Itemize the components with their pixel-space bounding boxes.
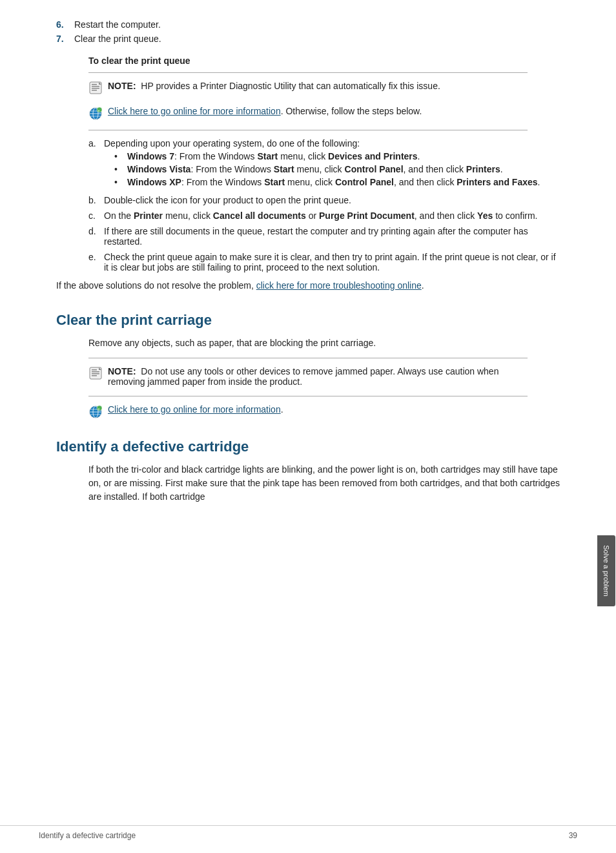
globe-row-1: + Click here to go online for more infor…: [88, 106, 528, 121]
alpha-text-c: On the Printer menu, click Cancel all do…: [104, 211, 538, 221]
alpha-content-e: Check the print queue again to make sure…: [104, 252, 560, 272]
svg-rect-15: [92, 373, 99, 375]
alpha-item-d: d. If there are still documents in the q…: [88, 226, 560, 247]
svg-rect-16: [92, 375, 97, 376]
alpha-list: a. Depending upon your operating system,…: [88, 138, 560, 272]
svg-rect-2: [92, 86, 99, 87]
globe-link-2[interactable]: Click here to go online for more informa…: [108, 404, 281, 415]
svg-rect-1: [92, 84, 97, 85]
alpha-label-e: e.: [88, 252, 104, 272]
defective-cartridge-body: If both the tri-color and black cartridg…: [88, 463, 560, 504]
svg-text:+: +: [98, 108, 100, 112]
footer-left: Identify a defective cartridge: [39, 831, 136, 840]
svg-rect-14: [92, 371, 99, 373]
note-icon-2: [88, 366, 103, 382]
bullet-xp-text: Windows XP: From the Windows Start menu,…: [127, 177, 540, 187]
page-container: 6. Restart the computer. 7. Clear the pr…: [17, 0, 599, 550]
note-label-1: NOTE:: [108, 81, 136, 91]
closing-suffix: .: [422, 280, 424, 291]
list-item-7: 7. Clear the print queue.: [56, 34, 560, 44]
top-numbered-list: 6. Restart the computer. 7. Clear the pr…: [56, 19, 560, 44]
divider-3: [88, 358, 528, 358]
sidebar-tab: Solve a problem: [597, 535, 615, 606]
clear-carriage-body: Remove any objects, such as paper, that …: [88, 336, 560, 350]
note-box-2: NOTE: Do not use any tools or other devi…: [88, 366, 528, 387]
divider-1: [88, 72, 528, 73]
bullet-list-a: Windows 7: From the Windows Start menu, …: [114, 151, 560, 187]
closing-link[interactable]: click here for more troubleshooting onli…: [256, 280, 422, 291]
globe-icon-1: +: [88, 107, 103, 121]
divider-2: [88, 130, 528, 130]
bullet-win7: Windows 7: From the Windows Start menu, …: [114, 151, 560, 161]
bullet-win7-text: Windows 7: From the Windows Start menu, …: [127, 151, 420, 161]
alpha-item-e: e. Check the print queue again to make s…: [88, 252, 560, 272]
closing-prefix: If the above solutions do not resolve th…: [56, 280, 256, 291]
svg-text:+: +: [98, 407, 100, 411]
list-item-6: 6. Restart the computer.: [56, 19, 560, 30]
alpha-label-c: c.: [88, 211, 104, 221]
bullet-vista-text: Windows Vista: From the Windows Start me…: [127, 164, 503, 174]
alpha-item-a: a. Depending upon your operating system,…: [88, 138, 560, 190]
list-text-7: Clear the print queue.: [74, 34, 161, 44]
alpha-content-d: If there are still documents in the queu…: [104, 226, 560, 247]
alpha-label-a: a.: [88, 138, 104, 190]
alpha-label-b: b.: [88, 195, 104, 205]
svg-rect-3: [92, 88, 99, 89]
globe-icon-2: +: [88, 405, 103, 419]
note-box-1: NOTE: HP provides a Printer Diagnostic U…: [88, 81, 528, 97]
note-content-2: NOTE: Do not use any tools or other devi…: [108, 366, 528, 387]
page-footer: Identify a defective cartridge 39: [0, 825, 616, 840]
section-title-clear-carriage: Clear the print carriage: [56, 312, 560, 329]
closing-paragraph: If the above solutions do not resolve th…: [56, 279, 560, 293]
globe-link-1[interactable]: Click here to go online for more informa…: [108, 106, 281, 116]
alpha-text-e: Check the print queue again to make sure…: [104, 252, 556, 272]
list-text-6: Restart the computer.: [74, 19, 161, 30]
alpha-intro-a: Depending upon your operating system, do…: [104, 138, 360, 149]
bullet-vista: Windows Vista: From the Windows Start me…: [114, 164, 560, 174]
svg-rect-4: [92, 90, 97, 91]
divider-4: [88, 396, 528, 396]
note-label-2: NOTE:: [108, 366, 136, 376]
alpha-label-d: d.: [88, 226, 104, 247]
svg-rect-13: [92, 369, 97, 371]
alpha-content-a: Depending upon your operating system, do…: [104, 138, 560, 190]
alpha-content-b: Double-click the icon for your product t…: [104, 195, 560, 205]
note-icon-1: [88, 81, 103, 97]
note-text-1: HP provides a Printer Diagnostic Utility…: [138, 81, 440, 91]
alpha-text-b: Double-click the icon for your product t…: [104, 195, 351, 205]
footer-right: 39: [569, 831, 577, 840]
alpha-content-c: On the Printer menu, click Cancel all do…: [104, 211, 560, 221]
list-num-6: 6.: [56, 19, 74, 30]
note-text-2: Do not use any tools or other devices to…: [108, 366, 498, 387]
note-content-1: NOTE: HP provides a Printer Diagnostic U…: [108, 81, 440, 91]
alpha-item-c: c. On the Printer menu, click Cancel all…: [88, 211, 560, 221]
globe-link-text-2: Click here to go online for more informa…: [108, 404, 283, 415]
bullet-xp: Windows XP: From the Windows Start menu,…: [114, 177, 560, 187]
alpha-text-d: If there are still documents in the queu…: [104, 226, 528, 247]
subsection-heading: To clear the print queue: [88, 56, 560, 66]
section-title-defective-cartridge: Identify a defective cartridge: [56, 438, 560, 455]
list-num-7: 7.: [56, 34, 74, 44]
globe-link-text-1: Click here to go online for more informa…: [108, 106, 422, 116]
globe-row-2: + Click here to go online for more infor…: [88, 404, 528, 419]
alpha-item-b: b. Double-click the icon for your produc…: [88, 195, 560, 205]
